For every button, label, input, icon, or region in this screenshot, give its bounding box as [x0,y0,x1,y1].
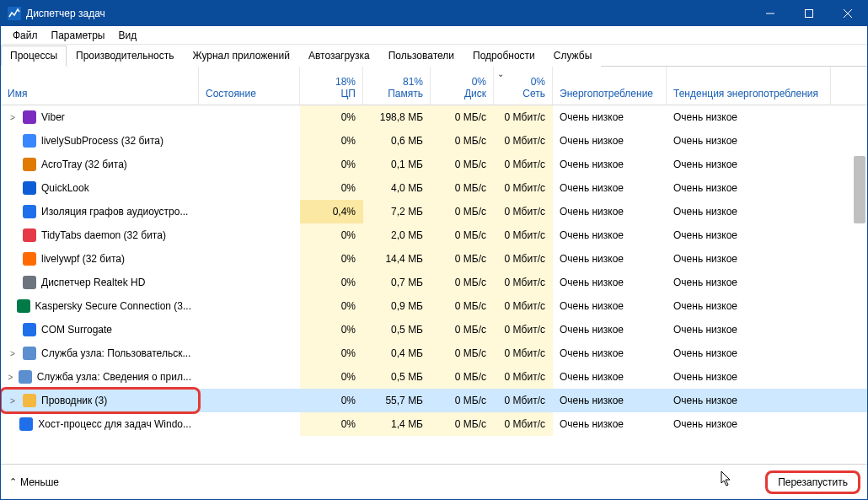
cell-energy: Очень низкое [553,389,667,412]
col-cpu[interactable]: 18%ЦП [300,67,363,105]
process-icon [23,252,36,266]
process-row[interactable]: AcroTray (32 бита)0%0,1 МБ0 МБ/с0 Мбит/с… [1,153,867,176]
cell-cpu: 0% [300,153,363,176]
cell-energy-trend: Очень низкое [667,271,831,294]
cell-network: 0 Мбит/с [494,223,553,247]
expand-icon[interactable]: > [8,373,13,382]
process-row[interactable]: Хост-процесс для задач Windo...0%1,4 МБ0… [1,412,867,436]
menu-view[interactable]: Вид [111,28,143,43]
cell-disk: 0 МБ/с [431,247,494,271]
maximize-button[interactable] [790,1,828,26]
cell-memory: 14,4 МБ [363,247,431,271]
cell-name: AcroTray (32 бита) [1,153,199,176]
cell-state [199,200,300,223]
cell-state [199,247,300,271]
cell-state [199,412,300,436]
cell-disk: 0 МБ/с [431,200,494,223]
tab-3[interactable]: Автозагрузка [299,46,379,67]
process-row[interactable]: QuickLook0%4,0 МБ0 МБ/с0 Мбит/сОчень низ… [1,176,867,200]
cell-network: 0 Мбит/с [494,105,553,129]
cell-state [199,271,300,294]
svg-rect-15 [23,347,36,360]
titlebar[interactable]: Диспетчер задач [1,1,867,26]
cell-cpu: 0% [300,365,363,389]
menu-options[interactable]: Параметры [45,28,112,43]
tab-4[interactable]: Пользователи [379,46,463,67]
svg-rect-17 [23,394,36,407]
cell-memory: 0,4 МБ [363,341,431,365]
process-name: TidyTabs daemon (32 бита) [41,229,166,241]
cell-memory: 1,4 МБ [363,412,431,436]
cell-disk: 0 МБ/с [431,271,494,294]
cell-state [199,294,300,318]
cell-energy-trend: Очень низкое [667,318,831,341]
scrollbar-thumb[interactable] [854,156,865,223]
cell-energy: Очень низкое [553,105,667,129]
col-energy[interactable]: Энергопотребление [553,67,667,105]
process-row[interactable]: >Viber0%198,8 МБ0 МБ/с0 Мбит/сОчень низк… [1,105,867,129]
col-name[interactable]: Имя [1,67,199,105]
svg-rect-7 [23,158,36,171]
close-button[interactable] [828,1,867,26]
cell-energy-trend: Очень низкое [667,365,831,389]
col-energy-trend[interactable]: Тенденция энергопотребления [667,67,831,105]
fewer-details-button[interactable]: ⌃ Меньше [9,476,59,488]
process-row[interactable]: >Служба узла: Сведения о прил...0%0,5 МБ… [1,365,867,389]
svg-rect-5 [23,110,36,124]
col-state[interactable]: Состояние [199,67,300,105]
process-row[interactable]: >Проводник (3)0%55,7 МБ0 МБ/с0 Мбит/сОче… [1,389,867,412]
process-icon [23,134,36,148]
cell-energy-trend: Очень низкое [667,105,831,129]
cell-state [199,341,300,365]
cell-energy: Очень низкое [553,153,667,176]
tab-0[interactable]: Процессы [1,46,67,67]
tab-2[interactable]: Журнал приложений [184,46,299,67]
process-row[interactable]: Диспетчер Realtek HD0%0,7 МБ0 МБ/с0 Мбит… [1,271,867,294]
process-icon [19,417,33,431]
process-row[interactable]: livelySubProcess (32 бита)0%0,6 МБ0 МБ/с… [1,129,867,153]
cell-memory: 0,5 МБ [363,318,431,341]
cell-energy: Очень низкое [553,247,667,271]
expand-icon[interactable]: > [8,349,18,358]
column-headers: Имя Состояние 18%ЦП 81%Память 0%Диск ⌄0%… [1,67,867,105]
tab-6[interactable]: Службы [544,46,601,67]
tab-5[interactable]: Подробности [463,46,544,67]
process-row[interactable]: Kaspersky Secure Connection (3...0%0,9 М… [1,294,867,318]
process-name: Viber [41,111,65,123]
process-row[interactable]: >Служба узла: Пользовательск...0%0,4 МБ0… [1,341,867,365]
task-manager-window: Диспетчер задач Файл Параметры Вид Проце… [0,0,868,500]
svg-rect-14 [23,323,36,336]
cell-energy-trend: Очень низкое [667,389,831,412]
menu-file[interactable]: Файл [6,28,45,43]
col-net[interactable]: ⌄0%Сеть [494,67,553,105]
cell-name: >Служба узла: Сведения о прил... [1,365,199,389]
col-disk[interactable]: 0%Диск [431,67,494,105]
cell-name: Изоляция графов аудиоустро... [1,200,199,223]
col-mem[interactable]: 81%Память [363,67,431,105]
svg-rect-2 [806,10,813,18]
svg-rect-0 [8,7,21,20]
cell-energy-trend: Очень низкое [667,412,831,436]
process-icon [23,110,36,124]
process-row[interactable]: TidyTabs daemon (32 бита)0%2,0 МБ0 МБ/с0… [1,223,867,247]
expand-icon[interactable]: > [8,396,18,406]
process-name: Изоляция графов аудиоустро... [41,206,188,218]
cell-cpu: 0% [300,271,363,294]
process-row[interactable]: COM Surrogate0%0,5 МБ0 МБ/с0 Мбит/сОчень… [1,318,867,341]
process-icon [23,181,36,195]
cell-name: QuickLook [1,176,199,200]
cell-memory: 0,6 МБ [363,129,431,153]
cell-energy: Очень низкое [553,318,667,341]
cursor-icon [721,470,732,487]
process-row[interactable]: livelywpf (32 бита)0%14,4 МБ0 МБ/с0 Мбит… [1,247,867,271]
tab-1[interactable]: Производительность [67,46,183,67]
footer: ⌃ Меньше Перезапустить [1,464,867,499]
process-icon [23,347,36,360]
minimize-button[interactable] [751,1,790,26]
expand-icon[interactable]: > [8,113,18,122]
process-row[interactable]: Изоляция графов аудиоустро...0,4%7,2 МБ0… [1,200,867,223]
restart-button[interactable]: Перезапустить [767,472,859,492]
process-name: Проводник (3) [41,395,107,406]
svg-rect-10 [23,228,36,242]
cell-disk: 0 МБ/с [431,176,494,200]
